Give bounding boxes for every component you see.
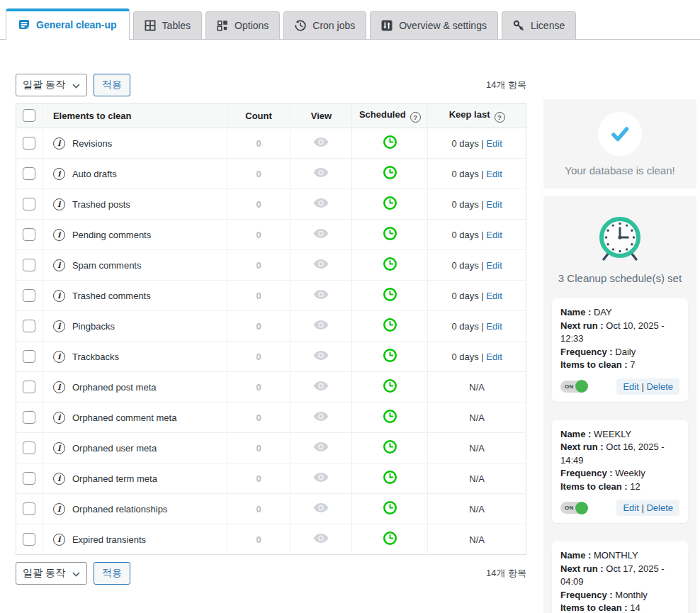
clock-icon[interactable] xyxy=(383,537,397,548)
eye-icon[interactable] xyxy=(313,383,329,393)
clock-icon[interactable] xyxy=(383,171,397,182)
keep-last-edit-link[interactable]: Edit xyxy=(486,138,502,149)
info-icon[interactable]: i xyxy=(53,229,65,241)
header-keep-last: Keep last? xyxy=(428,103,526,128)
eye-icon[interactable] xyxy=(313,291,329,302)
row-checkbox[interactable] xyxy=(23,320,35,332)
schedule-on-toggle[interactable]: ON xyxy=(560,381,587,393)
row-checkbox[interactable] xyxy=(23,472,35,485)
row-checkbox[interactable] xyxy=(23,442,35,454)
keep-last-edit-link[interactable]: Edit xyxy=(486,321,502,332)
eye-icon[interactable] xyxy=(313,474,329,485)
row-label: Orphaned post meta xyxy=(72,382,157,393)
eye-icon[interactable] xyxy=(313,200,329,210)
tab-label: Options xyxy=(235,20,269,31)
clock-icon[interactable] xyxy=(383,202,397,213)
info-icon[interactable]: i xyxy=(53,259,65,271)
sidebar: Your database is clean! xyxy=(543,99,696,613)
clock-icon[interactable] xyxy=(383,476,397,487)
row-checkbox[interactable] xyxy=(23,137,35,150)
select-all-checkbox[interactable] xyxy=(23,109,35,122)
clock-icon[interactable] xyxy=(383,507,397,517)
header-elements[interactable]: Elements to clean xyxy=(43,103,227,128)
bulk-action-select[interactable]: 일괄 동작 xyxy=(16,74,87,96)
eye-icon[interactable] xyxy=(313,535,329,546)
row-checkbox[interactable] xyxy=(23,381,35,393)
tab-tables[interactable]: Tables xyxy=(133,11,202,39)
database-clean-message: Your database is clean! xyxy=(565,164,674,176)
schedule-on-toggle[interactable]: ON xyxy=(560,502,587,514)
eye-icon[interactable] xyxy=(313,261,329,271)
keep-last-edit-link[interactable]: Edit xyxy=(486,352,502,362)
tab-options[interactable]: Options xyxy=(205,11,280,39)
clock-icon[interactable] xyxy=(383,324,397,334)
apply-button[interactable]: 적용 xyxy=(94,562,130,585)
table-header-row: Elements to clean Count View Scheduled? … xyxy=(16,103,526,128)
keep-last-edit-link[interactable]: Edit xyxy=(486,291,502,301)
info-icon[interactable]: i xyxy=(53,381,65,393)
info-icon[interactable]: i xyxy=(53,198,65,210)
help-icon[interactable]: ? xyxy=(495,112,505,123)
row-checkbox[interactable] xyxy=(23,259,35,271)
general-cleanup-icon xyxy=(18,19,30,30)
keep-last-edit-link[interactable]: Edit xyxy=(486,260,502,271)
keep-last-edit-wrap: | Edit xyxy=(479,321,502,332)
row-label: Orphaned comment meta xyxy=(72,412,176,423)
eye-icon[interactable] xyxy=(313,505,329,515)
tab-overview-settings[interactable]: Overview & settings xyxy=(370,11,498,39)
tab-general-cleanup[interactable]: General clean-up xyxy=(6,9,130,40)
info-icon[interactable]: i xyxy=(53,290,65,302)
clock-icon[interactable] xyxy=(383,446,397,456)
row-checkbox[interactable] xyxy=(23,167,35,180)
row-checkbox[interactable] xyxy=(23,411,35,424)
schedule-delete-link[interactable]: Delete xyxy=(646,502,673,513)
toggle-on-label: ON xyxy=(565,383,574,390)
schedule-delete-link[interactable]: Delete xyxy=(646,381,673,392)
tab-cron-jobs[interactable]: Cron jobs xyxy=(283,11,366,39)
row-checkbox[interactable] xyxy=(23,228,35,241)
info-icon[interactable]: i xyxy=(53,320,65,332)
keep-last-edit-link[interactable]: Edit xyxy=(486,230,502,240)
row-checkbox[interactable] xyxy=(23,198,35,210)
info-icon[interactable]: i xyxy=(53,412,65,424)
eye-icon[interactable] xyxy=(313,352,329,363)
keep-last-edit-wrap: | Edit xyxy=(479,138,502,149)
eye-icon[interactable] xyxy=(313,169,329,180)
eye-icon[interactable] xyxy=(313,444,329,454)
help-icon[interactable]: ? xyxy=(410,112,421,123)
eye-icon[interactable] xyxy=(313,230,329,241)
info-icon[interactable]: i xyxy=(53,473,65,485)
schedule-edit-link[interactable]: Edit xyxy=(623,381,638,392)
eye-icon[interactable] xyxy=(313,322,329,332)
clock-icon[interactable] xyxy=(383,141,397,152)
info-icon[interactable]: i xyxy=(53,168,65,180)
row-checkbox[interactable] xyxy=(23,502,35,515)
clock-icon[interactable] xyxy=(383,354,397,365)
schedule-edit-link[interactable]: Edit xyxy=(623,502,638,513)
info-icon[interactable]: i xyxy=(53,503,65,515)
keep-last-edit-link[interactable]: Edit xyxy=(486,199,502,210)
keep-last-edit-link[interactable]: Edit xyxy=(486,169,502,179)
keep-last-edit-wrap: | Edit xyxy=(479,199,502,210)
eye-icon[interactable] xyxy=(313,413,329,424)
toggle-on-label: ON xyxy=(565,505,574,511)
clock-icon[interactable] xyxy=(383,293,397,304)
tab-license[interactable]: License xyxy=(502,11,576,39)
header-count[interactable]: Count xyxy=(227,103,290,128)
clock-icon[interactable] xyxy=(383,415,397,426)
keep-last-value: N/A xyxy=(469,382,485,393)
row-checkbox[interactable] xyxy=(23,289,35,302)
info-icon[interactable]: i xyxy=(53,137,65,150)
clock-icon[interactable] xyxy=(383,385,397,395)
bulk-action-select[interactable]: 일괄 동작 xyxy=(16,562,87,585)
eye-icon[interactable] xyxy=(313,139,329,150)
info-icon[interactable]: i xyxy=(53,534,65,546)
clock-icon[interactable] xyxy=(383,232,397,243)
apply-button[interactable]: 적용 xyxy=(94,74,130,96)
clock-icon[interactable] xyxy=(383,263,397,274)
row-checkbox[interactable] xyxy=(23,350,35,363)
table-row: i Orphaned user meta 0 N/A xyxy=(16,433,526,463)
info-icon[interactable]: i xyxy=(53,351,65,363)
row-checkbox[interactable] xyxy=(23,533,35,546)
info-icon[interactable]: i xyxy=(53,442,65,454)
